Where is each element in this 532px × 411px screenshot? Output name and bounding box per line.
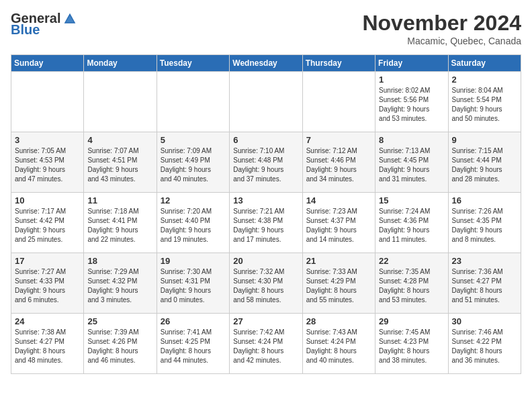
day-number: 7	[306, 135, 371, 145]
day-number: 10	[15, 195, 80, 205]
day-number: 14	[306, 195, 371, 205]
day-info: Sunrise: 7:12 AM Sunset: 4:46 PM Dayligh…	[306, 146, 371, 184]
calendar-cell: 26Sunrise: 7:41 AM Sunset: 4:25 PM Dayli…	[157, 314, 229, 374]
calendar-cell	[302, 72, 375, 132]
calendar-cell	[11, 72, 84, 132]
day-number: 20	[233, 256, 298, 266]
day-info: Sunrise: 7:20 AM Sunset: 4:40 PM Dayligh…	[161, 207, 226, 244]
calendar-cell: 17Sunrise: 7:27 AM Sunset: 4:33 PM Dayli…	[11, 253, 84, 314]
calendar-cell: 2Sunrise: 8:04 AM Sunset: 5:54 PM Daylig…	[448, 72, 521, 132]
calendar-cell: 29Sunrise: 7:45 AM Sunset: 4:23 PM Dayli…	[375, 314, 448, 374]
day-info: Sunrise: 8:02 AM Sunset: 5:56 PM Dayligh…	[379, 86, 444, 124]
day-number: 1	[379, 75, 444, 85]
day-info: Sunrise: 7:23 AM Sunset: 4:37 PM Dayligh…	[306, 207, 371, 244]
calendar-week-3: 10Sunrise: 7:17 AM Sunset: 4:42 PM Dayli…	[11, 193, 521, 253]
day-info: Sunrise: 7:45 AM Sunset: 4:23 PM Dayligh…	[379, 328, 444, 365]
day-number: 21	[306, 256, 371, 266]
calendar-cell: 20Sunrise: 7:32 AM Sunset: 4:30 PM Dayli…	[230, 253, 302, 314]
calendar-cell: 12Sunrise: 7:20 AM Sunset: 4:40 PM Dayli…	[157, 193, 229, 253]
calendar-cell: 18Sunrise: 7:29 AM Sunset: 4:32 PM Dayli…	[84, 253, 157, 314]
day-number: 8	[379, 135, 444, 145]
day-info: Sunrise: 7:21 AM Sunset: 4:38 PM Dayligh…	[233, 207, 298, 244]
day-info: Sunrise: 7:15 AM Sunset: 4:44 PM Dayligh…	[452, 146, 517, 184]
day-info: Sunrise: 7:29 AM Sunset: 4:32 PM Dayligh…	[87, 267, 152, 305]
calendar-cell	[157, 72, 229, 132]
day-info: Sunrise: 7:46 AM Sunset: 4:22 PM Dayligh…	[452, 328, 517, 365]
calendar-cell: 25Sunrise: 7:39 AM Sunset: 4:26 PM Dayli…	[84, 314, 157, 374]
calendar-cell: 10Sunrise: 7:17 AM Sunset: 4:42 PM Dayli…	[11, 193, 84, 253]
day-info: Sunrise: 7:33 AM Sunset: 4:29 PM Dayligh…	[306, 267, 371, 305]
col-header-sunday: Sunday	[11, 55, 84, 72]
calendar-cell: 4Sunrise: 7:07 AM Sunset: 4:51 PM Daylig…	[84, 132, 157, 193]
day-number: 22	[379, 256, 444, 266]
calendar-cell: 22Sunrise: 7:35 AM Sunset: 4:28 PM Dayli…	[375, 253, 448, 314]
day-info: Sunrise: 7:32 AM Sunset: 4:30 PM Dayligh…	[233, 267, 298, 305]
calendar-cell: 14Sunrise: 7:23 AM Sunset: 4:37 PM Dayli…	[302, 193, 375, 253]
col-header-friday: Friday	[375, 55, 448, 72]
calendar-week-1: 1Sunrise: 8:02 AM Sunset: 5:56 PM Daylig…	[11, 72, 521, 132]
calendar-cell: 13Sunrise: 7:21 AM Sunset: 4:38 PM Dayli…	[230, 193, 302, 253]
calendar-cell: 21Sunrise: 7:33 AM Sunset: 4:29 PM Dayli…	[302, 253, 375, 314]
col-header-wednesday: Wednesday	[230, 55, 302, 72]
day-info: Sunrise: 7:13 AM Sunset: 4:45 PM Dayligh…	[379, 146, 444, 184]
day-info: Sunrise: 7:17 AM Sunset: 4:42 PM Dayligh…	[15, 207, 80, 244]
calendar-cell	[84, 72, 157, 132]
calendar-cell: 3Sunrise: 7:05 AM Sunset: 4:53 PM Daylig…	[11, 132, 84, 193]
day-info: Sunrise: 7:35 AM Sunset: 4:28 PM Dayligh…	[379, 267, 444, 305]
day-info: Sunrise: 7:07 AM Sunset: 4:51 PM Dayligh…	[87, 146, 152, 184]
day-info: Sunrise: 7:10 AM Sunset: 4:48 PM Dayligh…	[233, 146, 298, 184]
col-header-saturday: Saturday	[448, 55, 521, 72]
calendar-header-row: SundayMondayTuesdayWednesdayThursdayFrid…	[11, 55, 521, 72]
day-number: 18	[87, 256, 152, 266]
location: Macamic, Quebec, Canada	[362, 36, 521, 46]
calendar-cell: 23Sunrise: 7:36 AM Sunset: 4:27 PM Dayli…	[448, 253, 521, 314]
day-number: 24	[15, 316, 80, 326]
day-number: 16	[452, 195, 517, 205]
day-number: 11	[87, 195, 152, 205]
calendar-cell: 5Sunrise: 7:09 AM Sunset: 4:49 PM Daylig…	[157, 132, 229, 193]
calendar-cell: 15Sunrise: 7:24 AM Sunset: 4:36 PM Dayli…	[375, 193, 448, 253]
day-number: 3	[15, 135, 80, 145]
calendar-cell: 6Sunrise: 7:10 AM Sunset: 4:48 PM Daylig…	[230, 132, 302, 193]
calendar-cell: 27Sunrise: 7:42 AM Sunset: 4:24 PM Dayli…	[230, 314, 302, 374]
calendar-cell: 30Sunrise: 7:46 AM Sunset: 4:22 PM Dayli…	[448, 314, 521, 374]
day-number: 5	[161, 135, 226, 145]
logo: General Blue	[11, 11, 77, 38]
day-info: Sunrise: 7:27 AM Sunset: 4:33 PM Dayligh…	[15, 267, 80, 305]
day-number: 2	[452, 75, 517, 85]
day-info: Sunrise: 7:43 AM Sunset: 4:24 PM Dayligh…	[306, 328, 371, 365]
day-info: Sunrise: 7:09 AM Sunset: 4:49 PM Dayligh…	[161, 146, 226, 184]
day-number: 17	[15, 256, 80, 266]
calendar-week-5: 24Sunrise: 7:38 AM Sunset: 4:27 PM Dayli…	[11, 314, 521, 374]
day-info: Sunrise: 7:18 AM Sunset: 4:41 PM Dayligh…	[87, 207, 152, 244]
calendar-cell: 24Sunrise: 7:38 AM Sunset: 4:27 PM Dayli…	[11, 314, 84, 374]
day-info: Sunrise: 8:04 AM Sunset: 5:54 PM Dayligh…	[452, 86, 517, 124]
calendar-cell: 19Sunrise: 7:30 AM Sunset: 4:31 PM Dayli…	[157, 253, 229, 314]
calendar-table: SundayMondayTuesdayWednesdayThursdayFrid…	[11, 54, 521, 374]
day-number: 28	[306, 316, 371, 326]
col-header-thursday: Thursday	[302, 55, 375, 72]
day-info: Sunrise: 7:42 AM Sunset: 4:24 PM Dayligh…	[233, 328, 298, 365]
day-number: 25	[87, 316, 152, 326]
calendar-cell	[230, 72, 302, 132]
month-title: November 2024	[362, 11, 521, 36]
day-number: 15	[379, 195, 444, 205]
day-info: Sunrise: 7:38 AM Sunset: 4:27 PM Dayligh…	[15, 328, 80, 365]
calendar-cell: 8Sunrise: 7:13 AM Sunset: 4:45 PM Daylig…	[375, 132, 448, 193]
title-block: November 2024 Macamic, Quebec, Canada	[362, 11, 521, 46]
calendar-cell: 9Sunrise: 7:15 AM Sunset: 4:44 PM Daylig…	[448, 132, 521, 193]
calendar-week-4: 17Sunrise: 7:27 AM Sunset: 4:33 PM Dayli…	[11, 253, 521, 314]
logo-blue-text: Blue	[11, 22, 40, 38]
day-info: Sunrise: 7:36 AM Sunset: 4:27 PM Dayligh…	[452, 267, 517, 305]
day-info: Sunrise: 7:05 AM Sunset: 4:53 PM Dayligh…	[15, 146, 80, 184]
col-header-monday: Monday	[84, 55, 157, 72]
logo-icon	[63, 12, 77, 26]
calendar-cell: 28Sunrise: 7:43 AM Sunset: 4:24 PM Dayli…	[302, 314, 375, 374]
day-info: Sunrise: 7:39 AM Sunset: 4:26 PM Dayligh…	[87, 328, 152, 365]
day-number: 19	[161, 256, 226, 266]
day-number: 29	[379, 316, 444, 326]
calendar-week-2: 3Sunrise: 7:05 AM Sunset: 4:53 PM Daylig…	[11, 132, 521, 193]
day-number: 9	[452, 135, 517, 145]
day-number: 23	[452, 256, 517, 266]
day-number: 30	[452, 316, 517, 326]
